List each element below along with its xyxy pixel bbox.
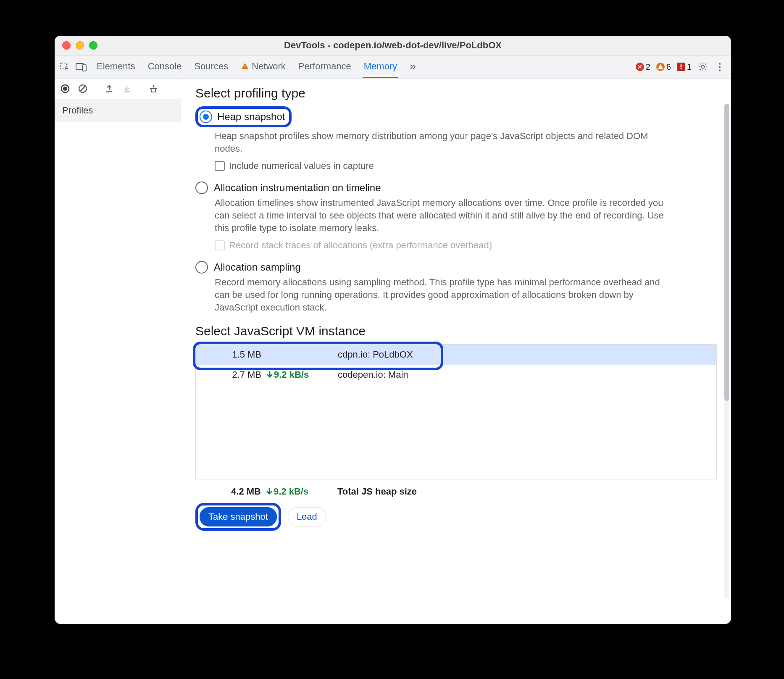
vm-instance-table: 1.5 MB cdpn.io: PoLdbOX 2.7 MB 9.2 kB/s <box>195 344 717 479</box>
option-desc: Record memory allocations using sampling… <box>215 276 677 313</box>
svg-point-9 <box>63 87 67 91</box>
tab-console[interactable]: Console <box>147 55 183 78</box>
vm-total-label: Total JS heap size <box>337 486 709 497</box>
svg-rect-5 <box>680 64 681 67</box>
close-window-button[interactable] <box>62 41 71 50</box>
memory-panel-main: Select profiling type Heap snapshot Heap… <box>181 79 731 624</box>
action-row: Take snapshot Load <box>195 503 717 531</box>
devtools-tabbar: Elements Console Sources Network Perform… <box>55 55 731 79</box>
download-icon[interactable] <box>121 83 132 94</box>
svg-rect-2 <box>82 65 86 71</box>
vm-row-name: cdpn.io: PoLdbOX <box>338 349 709 360</box>
zoom-window-button[interactable] <box>89 41 97 50</box>
record-icon[interactable] <box>60 83 71 94</box>
issues-counter[interactable]: 1 <box>677 62 692 72</box>
vm-row[interactable]: 2.7 MB 9.2 kB/s codepen.io: Main <box>196 365 716 385</box>
take-snapshot-button[interactable]: Take snapshot <box>200 507 277 526</box>
arrow-down-icon <box>266 488 273 495</box>
device-toolbar-icon[interactable] <box>76 61 87 72</box>
error-icon: ✕ <box>636 63 644 71</box>
profiles-section-label: Profiles <box>55 99 181 122</box>
radio-heap-snapshot[interactable] <box>200 111 212 123</box>
vm-totals-row: 4.2 MB 9.2 kB/s Total JS heap size <box>195 486 717 497</box>
arrow-down-icon <box>266 371 273 379</box>
option-heap-snapshot: Heap snapshot Heap snapshot profiles sho… <box>195 106 717 171</box>
option-title[interactable]: Allocation sampling <box>214 261 301 273</box>
sidebar: Profiles <box>55 79 181 624</box>
option-allocation-sampling: Allocation sampling Record memory alloca… <box>195 261 717 313</box>
option-desc: Heap snapshot profiles show memory distr… <box>215 130 677 155</box>
settings-gear-icon[interactable] <box>697 61 708 72</box>
errors-counter[interactable]: ✕ 2 <box>636 62 650 72</box>
profiling-type-heading: Select profiling type <box>195 86 717 100</box>
option-title[interactable]: Allocation instrumentation on timeline <box>214 182 381 194</box>
load-button[interactable]: Load <box>288 507 326 526</box>
panel-tabs: Elements Console Sources Network Perform… <box>92 55 417 78</box>
vm-total-rate: 9.2 kB/s <box>266 486 337 497</box>
vm-heading: Select JavaScript VM instance <box>195 324 717 338</box>
tab-elements[interactable]: Elements <box>96 55 136 78</box>
scrollbar[interactable] <box>724 104 729 599</box>
warning-triangle-icon <box>241 62 249 71</box>
vm-row-size: 1.5 MB <box>203 349 266 360</box>
devtools-window: DevTools - codepen.io/web-dot-dev/live/P… <box>55 36 731 624</box>
checkbox-record-stack-traces <box>215 240 225 250</box>
radio-allocation-sampling[interactable] <box>195 261 208 274</box>
vm-row-size: 2.7 MB <box>203 369 266 380</box>
highlight-heap-snapshot: Heap snapshot <box>195 106 292 127</box>
highlight-take-snapshot: Take snapshot <box>195 503 281 531</box>
tab-memory[interactable]: Memory <box>363 55 398 78</box>
kebab-menu-icon[interactable]: ⋮ <box>714 61 725 72</box>
svg-point-7 <box>702 66 705 68</box>
svg-rect-4 <box>245 68 245 68</box>
radio-allocation-timeline[interactable] <box>195 182 208 194</box>
warnings-counter[interactable]: 6 <box>656 62 671 72</box>
tab-performance[interactable]: Performance <box>297 55 352 78</box>
svg-line-11 <box>80 86 86 92</box>
vm-total-size: 4.2 MB <box>203 486 266 497</box>
issue-icon <box>677 63 685 71</box>
clear-icon[interactable] <box>77 83 88 94</box>
checkbox-label: Include numerical values in capture <box>229 161 374 171</box>
vm-row-name: codepen.io: Main <box>338 369 709 380</box>
titlebar: DevTools - codepen.io/web-dot-dev/live/P… <box>55 36 731 55</box>
more-tabs-button[interactable]: » <box>409 55 416 78</box>
vm-row[interactable]: 1.5 MB cdpn.io: PoLdbOX <box>196 345 716 365</box>
tab-sources[interactable]: Sources <box>193 55 229 78</box>
svg-rect-3 <box>245 65 245 67</box>
vm-row-rate: 9.2 kB/s <box>266 369 338 380</box>
checkbox-label: Record stack traces of allocations (extr… <box>229 240 492 251</box>
upload-icon[interactable] <box>104 83 115 94</box>
vm-instance-section: Select JavaScript VM instance 1.5 MB cdp… <box>195 324 717 531</box>
warning-icon <box>656 63 665 71</box>
memory-toolbar <box>55 79 181 99</box>
traffic-lights <box>55 41 97 50</box>
option-allocation-timeline: Allocation instrumentation on timeline A… <box>195 182 717 251</box>
option-desc: Allocation timelines show instrumented J… <box>215 197 677 234</box>
inspect-element-icon[interactable] <box>59 61 70 72</box>
collect-garbage-icon[interactable] <box>148 83 159 94</box>
minimize-window-button[interactable] <box>76 41 84 50</box>
checkbox-include-numerical[interactable] <box>215 161 225 171</box>
window-title: DevTools - codepen.io/web-dot-dev/live/P… <box>55 40 731 51</box>
option-title[interactable]: Heap snapshot <box>217 111 285 123</box>
tab-network[interactable]: Network <box>240 55 287 78</box>
svg-rect-6 <box>680 68 681 69</box>
